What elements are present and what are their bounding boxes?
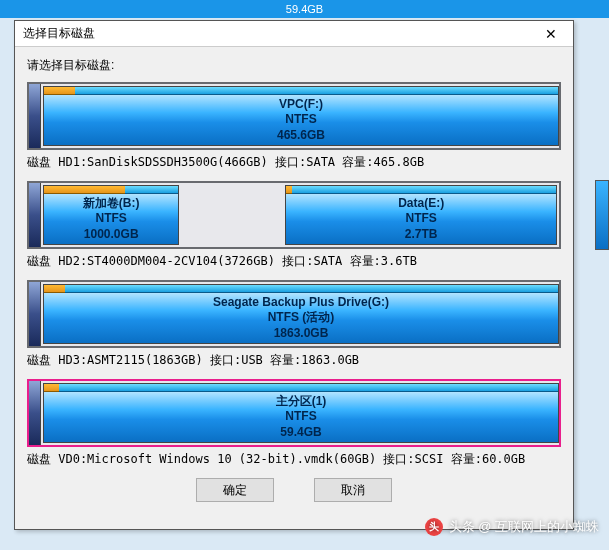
partition-size: 1863.0GB [274, 326, 329, 342]
free-space-bar [125, 186, 179, 194]
partition-label: 主分区(1) [276, 394, 327, 410]
partition[interactable]: VPC(F:)NTFS465.6GB [43, 86, 559, 146]
disk-bar[interactable]: Seagate Backup Plus Drive(G:)NTFS (活动)18… [27, 280, 561, 348]
usage-indicator [44, 87, 558, 95]
disk-handle [29, 381, 41, 445]
partition-body: 主分区(1)NTFS59.4GB [44, 392, 558, 442]
disk-caption: 磁盘 HD2:ST4000DM004-2CV104(3726GB) 接口:SAT… [27, 253, 561, 270]
partition-label: Seagate Backup Plus Drive(G:) [213, 295, 389, 311]
usage-indicator [286, 186, 556, 194]
titlebar: 选择目标磁盘 ✕ [15, 21, 573, 47]
close-button[interactable]: ✕ [533, 23, 569, 45]
partition-body: Data(E:)NTFS2.7TB [286, 194, 556, 244]
partition-body: VPC(F:)NTFS465.6GB [44, 95, 558, 145]
partition-size: 465.6GB [277, 128, 325, 144]
watermark-logo-icon: 头 [425, 518, 443, 536]
disk-caption: 磁盘 HD3:ASMT2115(1863GB) 接口:USB 容量:1863.0… [27, 352, 561, 369]
usage-indicator [44, 186, 178, 194]
unallocated-gap [181, 183, 283, 247]
close-icon: ✕ [545, 26, 557, 42]
partition-size: 59.4GB [280, 425, 321, 441]
dialog-content: 请选择目标磁盘: VPC(F:)NTFS465.6GB磁盘 HD1:SanDis… [15, 47, 573, 512]
partition-label: VPC(F:) [279, 97, 323, 113]
usage-indicator [44, 384, 558, 392]
partition-size: 1000.0GB [84, 227, 139, 243]
free-space-bar [75, 87, 558, 95]
partition[interactable]: 主分区(1)NTFS59.4GB [43, 383, 559, 443]
disk-handle [29, 282, 41, 346]
partition-body: Seagate Backup Plus Drive(G:)NTFS (活动)18… [44, 293, 558, 343]
partition-body: 新加卷(B:)NTFS1000.0GB [44, 194, 178, 244]
parent-window-banner: 59.4GB [0, 0, 609, 18]
used-space-bar [44, 87, 75, 95]
disk-group: VPC(F:)NTFS465.6GB磁盘 HD1:SanDiskSDSSDH35… [27, 82, 561, 171]
disk-bar[interactable]: VPC(F:)NTFS465.6GB [27, 82, 561, 150]
partition-fs: NTFS [285, 112, 316, 128]
partition-size: 2.7TB [405, 227, 438, 243]
partition[interactable]: 新加卷(B:)NTFS1000.0GB [43, 185, 179, 245]
disk-bar[interactable]: 新加卷(B:)NTFS1000.0GBData(E:)NTFS2.7TB [27, 181, 561, 249]
disk-list: VPC(F:)NTFS465.6GB磁盘 HD1:SanDiskSDSSDH35… [27, 82, 561, 468]
partition-fs: NTFS [406, 211, 437, 227]
cancel-button[interactable]: 取消 [314, 478, 392, 502]
disk-handle [29, 84, 41, 148]
used-space-bar [44, 285, 65, 293]
usage-indicator [44, 285, 558, 293]
partition-fs: NTFS [285, 409, 316, 425]
button-row: 确定 取消 [27, 478, 561, 502]
used-space-bar [44, 384, 59, 392]
disk-group: 新加卷(B:)NTFS1000.0GBData(E:)NTFS2.7TB磁盘 H… [27, 181, 561, 270]
free-space-bar [292, 186, 556, 194]
disk-caption: 磁盘 VD0:Microsoft Windows 10 (32-bit).vmd… [27, 451, 561, 468]
used-space-bar [44, 186, 125, 194]
partition-fs: NTFS (活动) [268, 310, 335, 326]
select-target-disk-dialog: 选择目标磁盘 ✕ 请选择目标磁盘: VPC(F:)NTFS465.6GB磁盘 H… [14, 20, 574, 530]
free-space-bar [59, 384, 558, 392]
instruction-text: 请选择目标磁盘: [27, 57, 561, 74]
background-strip [595, 180, 609, 250]
partition-label: Data(E:) [398, 196, 444, 212]
partition[interactable]: Data(E:)NTFS2.7TB [285, 185, 557, 245]
partition-label: 新加卷(B:) [83, 196, 140, 212]
watermark: 头 头条 @ 互联网上的小蜘蛛 [425, 518, 599, 536]
disk-group: Seagate Backup Plus Drive(G:)NTFS (活动)18… [27, 280, 561, 369]
free-space-bar [65, 285, 558, 293]
ok-button[interactable]: 确定 [196, 478, 274, 502]
disk-group: 主分区(1)NTFS59.4GB磁盘 VD0:Microsoft Windows… [27, 379, 561, 468]
partition[interactable]: Seagate Backup Plus Drive(G:)NTFS (活动)18… [43, 284, 559, 344]
disk-handle [29, 183, 41, 247]
dialog-title: 选择目标磁盘 [23, 25, 95, 42]
disk-caption: 磁盘 HD1:SanDiskSDSSDH3500G(466GB) 接口:SATA… [27, 154, 561, 171]
watermark-text: 头条 @ 互联网上的小蜘蛛 [449, 518, 599, 536]
disk-bar[interactable]: 主分区(1)NTFS59.4GB [27, 379, 561, 447]
partition-fs: NTFS [96, 211, 127, 227]
